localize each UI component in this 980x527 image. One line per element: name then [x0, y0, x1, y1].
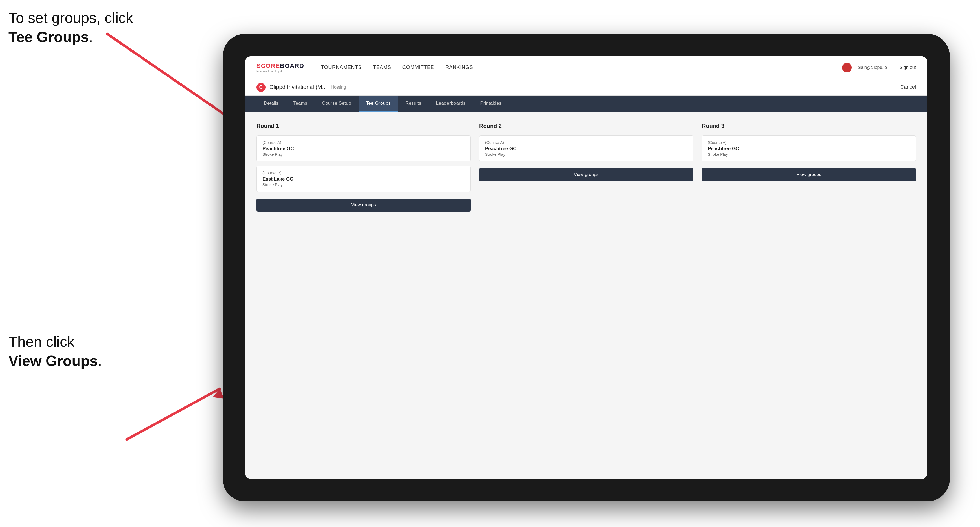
tab-details[interactable]: Details: [256, 96, 286, 111]
round-3-course-a-type: Stroke Play: [708, 152, 910, 157]
round-1-title: Round 1: [256, 123, 471, 129]
round-1-view-groups-button[interactable]: View groups: [256, 198, 471, 211]
user-avatar: [842, 63, 852, 72]
tab-course-setup[interactable]: Course Setup: [315, 96, 358, 111]
tab-navigation: Details Teams Course Setup Tee Groups Re…: [245, 96, 927, 111]
svg-line-0: [107, 34, 242, 127]
nav-links: TOURNAMENTS TEAMS COMMITTEE RANKINGS: [321, 65, 828, 70]
top-nav: SCOREBOARD Powered by clippd TOURNAMENTS…: [245, 56, 927, 79]
instruction-top-bold: Tee Groups: [8, 29, 89, 45]
instruction-bottom-period: .: [98, 352, 102, 369]
round-2-column: Round 2 (Course A) Peachtree GC Stroke P…: [479, 123, 694, 468]
tournament-header: C Clippd Invitational (M... Hosting Canc…: [245, 79, 927, 96]
round-1-course-a-label: (Course A): [262, 140, 465, 145]
logo-sub: Powered by clippd: [256, 70, 304, 73]
round-1-course-b-type: Stroke Play: [262, 183, 465, 187]
tournament-c-icon: C: [256, 83, 266, 92]
tablet-device: SCOREBOARD Powered by clippd TOURNAMENTS…: [223, 34, 950, 502]
user-email: blair@clippd.io: [858, 65, 887, 70]
round-1-course-b-name: East Lake GC: [262, 176, 465, 182]
round-1-course-a-card: (Course A) Peachtree GC Stroke Play: [256, 135, 471, 161]
hosting-badge: Hosting: [331, 85, 346, 90]
svg-line-2: [127, 389, 220, 440]
logo-text: SCOREBOARD: [256, 62, 304, 70]
sign-out-link[interactable]: Sign out: [899, 65, 916, 70]
nav-rankings[interactable]: RANKINGS: [445, 65, 473, 70]
round-3-course-a-card: (Course A) Peachtree GC Stroke Play: [702, 135, 916, 161]
tab-tee-groups[interactable]: Tee Groups: [358, 96, 398, 111]
round-2-title: Round 2: [479, 123, 694, 129]
svg-marker-3: [213, 389, 224, 398]
round-1-course-b-label: (Course B): [262, 171, 465, 175]
nav-tournaments[interactable]: TOURNAMENTS: [321, 65, 362, 70]
tournament-title-area: C Clippd Invitational (M... Hosting: [256, 83, 346, 92]
round-3-column: Round 3 (Course A) Peachtree GC Stroke P…: [702, 123, 916, 468]
round-1-course-b-card: (Course B) East Lake GC Stroke Play: [256, 166, 471, 192]
round-2-view-groups-button[interactable]: View groups: [479, 168, 694, 181]
nav-right: blair@clippd.io | Sign out: [842, 63, 916, 72]
tournament-name: Clippd Invitational (M...: [269, 84, 327, 90]
nav-teams[interactable]: TEAMS: [373, 65, 391, 70]
round-3-title: Round 3: [702, 123, 916, 129]
tab-results[interactable]: Results: [398, 96, 429, 111]
instruction-top-period: .: [89, 29, 93, 45]
cancel-button[interactable]: Cancel: [900, 84, 916, 90]
instruction-top: To set groups, click Tee Groups.: [8, 8, 133, 46]
tab-teams[interactable]: Teams: [286, 96, 315, 111]
instruction-bottom-bold: View Groups: [8, 352, 98, 369]
main-content: Round 1 (Course A) Peachtree GC Stroke P…: [245, 111, 927, 479]
round-2-course-a-card: (Course A) Peachtree GC Stroke Play: [479, 135, 694, 161]
round-3-course-a-label: (Course A): [708, 140, 910, 145]
instruction-top-line1: To set groups, click: [8, 10, 133, 26]
logo-area: SCOREBOARD Powered by clippd: [256, 62, 304, 73]
round-3-view-groups-button[interactable]: View groups: [702, 168, 916, 181]
tab-leaderboards[interactable]: Leaderboards: [429, 96, 473, 111]
round-2-course-a-name: Peachtree GC: [485, 146, 687, 152]
round-3-course-a-name: Peachtree GC: [708, 146, 910, 152]
instruction-bottom-line1: Then click: [8, 333, 75, 350]
round-1-course-a-name: Peachtree GC: [262, 146, 465, 152]
tab-printables[interactable]: Printables: [473, 96, 509, 111]
nav-committee[interactable]: COMMITTEE: [402, 65, 434, 70]
round-1-column: Round 1 (Course A) Peachtree GC Stroke P…: [256, 123, 471, 468]
round-2-course-a-label: (Course A): [485, 140, 687, 145]
instruction-bottom: Then click View Groups.: [8, 332, 102, 370]
tablet-screen: SCOREBOARD Powered by clippd TOURNAMENTS…: [245, 56, 927, 479]
round-2-course-a-type: Stroke Play: [485, 152, 687, 157]
round-1-course-a-type: Stroke Play: [262, 152, 465, 157]
